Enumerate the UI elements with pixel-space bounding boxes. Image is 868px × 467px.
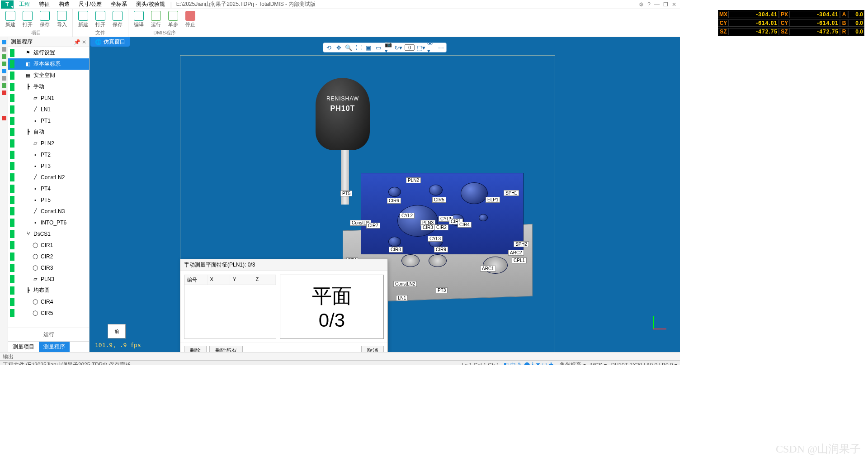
status-icon[interactable]: ⬤ [524, 362, 530, 365]
pan-icon[interactable]: ✥ [335, 44, 342, 51]
feature-label-ARC2[interactable]: ARC2 [508, 250, 524, 256]
tree-item-手动[interactable]: ┣手动 [8, 81, 89, 92]
feature-label-CIR3[interactable]: CIR3 [421, 224, 435, 230]
tree-item-LN1[interactable]: ╱LN1 [8, 104, 89, 115]
menu-工程[interactable]: 工程 [14, 0, 34, 8]
snapshot-icon[interactable]: 📷▾ [385, 44, 392, 51]
zoom-icon[interactable]: 🔍 [345, 44, 352, 51]
run-button[interactable]: 运行 [8, 328, 89, 341]
tree-item-PLN2[interactable]: ▱PLN2 [8, 138, 89, 149]
feature-label-SPH2[interactable]: SPH2 [514, 241, 529, 247]
feature-label-CYL3[interactable]: CYL3 [428, 236, 443, 242]
tree-item-PLN1[interactable]: ▱PLN1 [8, 92, 89, 104]
status-icon[interactable]: ✚ [549, 362, 553, 365]
output-panel-title[interactable]: 输出 [0, 352, 680, 360]
tree-item-INTO_PT6[interactable]: •INTO_PT6 [8, 217, 89, 228]
status-icon[interactable]: ✖ [536, 362, 540, 365]
ribbon-单步[interactable]: 单步 [165, 10, 181, 29]
feature-label-CYL2[interactable]: CYL2 [400, 213, 415, 219]
ribbon-保存[interactable]: 保存 [37, 10, 52, 29]
tree-item-PT1[interactable]: •PT1 [8, 115, 89, 126]
tree-item-PT4[interactable]: •PT4 [8, 183, 89, 194]
select-icon[interactable]: ▭ [375, 44, 382, 51]
feature-label-CIR5[interactable]: CIR5 [432, 197, 446, 203]
window-control-icon[interactable]: ? [647, 1, 651, 8]
view-number-input[interactable] [405, 44, 415, 51]
tree-item-CIR2[interactable]: ◯CIR2 [8, 251, 89, 262]
ribbon-保存[interactable]: 保存 [110, 10, 125, 29]
feature-label-CIR2[interactable]: CIR2 [434, 224, 448, 230]
tree-item-基本坐标系[interactable]: ◧基本坐标系 [8, 58, 89, 70]
sim-tab[interactable]: 🌐 仿真窗口 [90, 37, 130, 47]
feature-label-SPH1[interactable]: SPH1 [504, 190, 519, 196]
status-icon[interactable]: ◧ [504, 362, 509, 365]
ribbon-停止[interactable]: 停止 [183, 10, 198, 29]
tree-item-CIR1[interactable]: ◯CIR1 [8, 239, 89, 251]
feature-label-ELP1[interactable]: ELP1 [486, 197, 500, 203]
fit-icon[interactable]: ⛶ [355, 44, 362, 51]
window-control-icon[interactable]: — [654, 1, 660, 8]
refresh-icon[interactable]: ↻▾ [395, 44, 402, 51]
status-icon[interactable]: 中 [510, 362, 516, 365]
ribbon-运行[interactable]: 运行 [148, 10, 164, 29]
tree-item-均布圆[interactable]: ┣均布圆 [8, 285, 89, 296]
delete-button[interactable]: 删除 [184, 346, 207, 352]
ribbon-新建[interactable]: 新建 [75, 10, 91, 29]
zoomwin-icon[interactable]: ▣ [365, 44, 372, 51]
window-control-icon[interactable]: ⚙ [639, 1, 644, 8]
tree-item-PT5[interactable]: •PT5 [8, 194, 89, 205]
feature-label-ConstLN2[interactable]: ConstLN2 [393, 281, 417, 287]
tree-item-ConstLN3[interactable]: ╱ConstLN3 [8, 205, 89, 217]
tree-tab-测量项目[interactable]: 测量项目 [8, 342, 39, 352]
cancel-button[interactable]: 取消 [361, 346, 384, 352]
tree-item-CIR4[interactable]: ◯CIR4 [8, 296, 89, 307]
status-icon[interactable]: ⬚ [542, 362, 547, 365]
tree-item-ConstLN2[interactable]: ╱ConstLN2 [8, 172, 89, 183]
menu-尺寸/公差[interactable]: 尺寸/公差 [74, 0, 106, 8]
feature-label-CIR4[interactable]: CIR4 [458, 222, 472, 228]
points-table[interactable]: 编号XYZ [184, 275, 276, 339]
tree-item-CIR3[interactable]: ◯CIR3 [8, 262, 89, 273]
tree-pin-icon[interactable]: 📌 ✕ [74, 39, 86, 45]
view-cube[interactable]: 前 [108, 324, 126, 338]
app-icon[interactable]: T [1, 0, 14, 9]
feature-label-PLN2[interactable]: PLN2 [406, 177, 421, 183]
tree-item-自动[interactable]: ┣自动 [8, 126, 89, 138]
more-icon[interactable]: ⋯ [437, 44, 444, 51]
tree-item-运行设置[interactable]: ⚑运行设置 [8, 47, 89, 58]
tree-item-DsCS1[interactable]: ⅟DsCS1 [8, 228, 89, 239]
ribbon-新建[interactable]: 新建 [3, 10, 18, 29]
tree-tab-测量程序[interactable]: 测量程序 [39, 342, 70, 352]
feature-label-CIR8[interactable]: CIR8 [389, 247, 403, 253]
menu-测头/校验规[interactable]: 测头/校验规 [132, 0, 169, 8]
menu-特征[interactable]: 特征 [34, 0, 54, 8]
probe-selector[interactable]: PH10T-2X30 | A0.0 | B0.0 ▾ [611, 362, 677, 365]
tree-item-PT2[interactable]: •PT2 [8, 149, 89, 160]
tree-item-PT3[interactable]: •PT3 [8, 160, 89, 172]
ribbon-打开[interactable]: 打开 [93, 10, 108, 29]
feature-label-LN1[interactable]: LN1 [396, 295, 408, 301]
feature-label-CPL1[interactable]: CPL1 [512, 257, 527, 263]
feature-label-CIR6[interactable]: CIR6 [387, 198, 401, 204]
ribbon-打开[interactable]: 打开 [20, 10, 35, 29]
tree-item-安全空间[interactable]: ▦安全空间 [8, 70, 89, 81]
status-icon[interactable]: ✎ [518, 362, 522, 365]
feature-label-PT5[interactable]: PT5 [340, 191, 352, 196]
layers-icon[interactable]: ⬚▾ [417, 44, 425, 51]
menu-坐标系[interactable]: 坐标系 [106, 0, 132, 8]
viewport-3d[interactable]: 🌐 仿真窗口 ⟲ ✥ 🔍 ⛶ ▣ ▭ 📷▾ ↻▾ ⬚▾ 👁▾ ⋯ RENISHA… [90, 37, 680, 352]
eye-icon[interactable]: 👁▾ [427, 44, 434, 51]
ribbon-导入[interactable]: 导入 [54, 10, 70, 29]
coord-selector[interactable]: 角坐标系 ▾ [560, 361, 585, 365]
feature-label-CIR7[interactable]: CIR7 [366, 223, 380, 229]
orbit-icon[interactable]: ⟲ [325, 44, 332, 51]
feature-label-ARC1[interactable]: ARC1 [480, 266, 496, 272]
tree-item-PLN3[interactable]: ▱PLN3 [8, 273, 89, 285]
menu-构造[interactable]: 构造 [54, 0, 74, 8]
feature-label-CIR9[interactable]: CIR9 [434, 247, 448, 253]
ribbon-编译[interactable]: 编译 [131, 10, 146, 29]
status-icon[interactable]: ℹ [532, 362, 534, 365]
window-control-icon[interactable]: ✕ [672, 1, 676, 8]
delete-all-button[interactable]: 删除所有 [209, 346, 243, 352]
feature-label-PT3[interactable]: PT3 [436, 287, 448, 293]
